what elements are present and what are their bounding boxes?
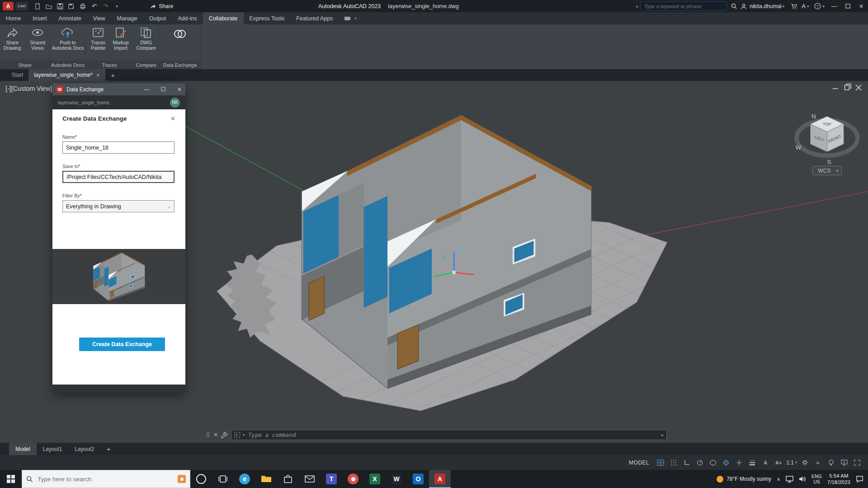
panel-share-label[interactable]: Share — [0, 61, 50, 69]
panel-traces-label[interactable]: Traces — [86, 61, 133, 69]
isodraft-icon[interactable] — [708, 458, 718, 467]
command-input[interactable] — [247, 431, 659, 439]
command-expand-icon[interactable]: ▸ — [661, 432, 664, 437]
otrack-icon[interactable] — [734, 458, 745, 467]
tab-manage[interactable]: Manage — [111, 12, 143, 24]
panel-autodesk-docs-label[interactable]: Autodesk Docs — [50, 61, 85, 69]
user-avatar[interactable]: NK — [170, 98, 180, 108]
action-center-icon[interactable] — [856, 475, 863, 483]
tab-insert[interactable]: Insert — [27, 12, 52, 24]
qat-dropdown-icon[interactable]: ▾ — [112, 1, 122, 11]
create-data-exchange-button[interactable]: Create Data Exchange — [79, 338, 165, 351]
osnap-icon[interactable] — [721, 458, 731, 467]
command-close-icon[interactable]: ✕ — [213, 432, 218, 438]
customize-plus-icon[interactable]: + — [812, 458, 823, 467]
new-layout-button[interactable]: + — [100, 443, 117, 455]
search-expand-icon[interactable]: ▸ — [636, 4, 638, 9]
layout-tab-layout2[interactable]: Layout2 — [68, 443, 100, 455]
markup-import-button[interactable]: Markup Import — [110, 27, 132, 51]
annotation-scale-button[interactable]: 1:1 ▾ — [786, 460, 797, 466]
keyword-search-field[interactable] — [640, 1, 727, 11]
tab-annotate[interactable]: Annotate — [53, 12, 87, 24]
graphics-performance-icon[interactable] — [839, 458, 849, 467]
palette-restore-icon[interactable] — [161, 86, 165, 93]
viewcube-west[interactable]: W — [796, 144, 802, 151]
maximize-button[interactable] — [841, 0, 854, 12]
file-tab-drawing[interactable]: layerwise_single_home* ✕ — [28, 69, 105, 81]
viewcube-north[interactable]: N — [811, 113, 816, 120]
taskbar-app-photos[interactable] — [342, 470, 364, 488]
new-drawing-tab-button[interactable]: + — [105, 69, 120, 81]
taskbar-app-teams[interactable]: T — [321, 470, 342, 488]
saveto-field[interactable] — [62, 171, 175, 183]
polar-tracking-icon[interactable] — [694, 458, 705, 467]
save-icon[interactable] — [55, 1, 65, 11]
grid-icon[interactable] — [655, 458, 666, 467]
tab-view[interactable]: View — [87, 12, 111, 24]
autocad-logo-cad[interactable]: CAD — [15, 2, 28, 10]
name-field[interactable] — [62, 141, 175, 154]
share-drawing-button[interactable]: Share Drawing — [0, 27, 24, 51]
user-icon[interactable] — [739, 1, 749, 11]
command-wrench-icon[interactable] — [221, 432, 228, 438]
search-icon[interactable] — [729, 1, 739, 11]
filter-by-select[interactable]: Everything in Drawing ⌄ — [62, 200, 175, 212]
viewcube-south[interactable]: S — [827, 159, 831, 165]
tab-collaborate[interactable]: Collaborate — [203, 12, 244, 24]
dwg-compare-button[interactable]: DWG Compare — [135, 27, 157, 51]
layout-tab-model[interactable]: Model — [9, 443, 37, 455]
traces-palette-button[interactable]: Traces Palette — [87, 27, 109, 51]
clock[interactable]: 5:54 AM 7/18/2023 — [827, 473, 850, 485]
language-indicator[interactable]: ENG US — [811, 474, 822, 484]
lineweight-icon[interactable] — [747, 458, 758, 467]
data-exchange-button[interactable] — [170, 27, 190, 41]
taskbar-search-input[interactable] — [37, 475, 174, 483]
taskbar-app-mail[interactable] — [299, 470, 321, 488]
taskbar-app-excel[interactable]: X — [364, 470, 386, 488]
redo-icon[interactable]: ↷ — [100, 1, 110, 11]
tab-home[interactable]: Home — [0, 12, 27, 24]
panel-compare-label[interactable]: Compare — [133, 61, 159, 69]
file-tab-close-icon[interactable]: ✕ — [96, 73, 100, 78]
taskbar-weather[interactable]: 78°F Mostly sunny — [717, 476, 771, 483]
command-line[interactable]: ▾ ▸ — [231, 430, 667, 440]
username[interactable]: nikita.dhumal — [750, 3, 782, 9]
search-highlights-icon[interactable] — [178, 475, 186, 483]
isolate-objects-icon[interactable] — [826, 458, 836, 467]
push-to-autodesk-docs-button[interactable]: Push to Autodesk Docs — [52, 27, 84, 51]
taskbar-app-word[interactable]: W — [386, 470, 407, 488]
save-as-icon[interactable] — [66, 1, 76, 11]
ortho-icon[interactable] — [681, 458, 692, 467]
autoscale-icon[interactable]: A+ — [773, 458, 784, 467]
shared-views-button[interactable]: Shared Views — [25, 27, 50, 51]
open-icon[interactable] — [44, 1, 54, 11]
tray-expand-icon[interactable]: ∧ — [777, 476, 780, 482]
plot-icon[interactable] — [78, 1, 88, 11]
autocad-logo[interactable]: A — [3, 2, 14, 10]
taskbar-app-file-explorer[interactable] — [255, 470, 277, 488]
tab-featured-apps[interactable]: Featured Apps — [290, 12, 339, 24]
workspace-gear-icon[interactable] — [799, 458, 810, 467]
taskbar-app-store[interactable] — [277, 470, 299, 488]
close-button[interactable]: ✕ — [854, 0, 868, 12]
command-drag-handle[interactable] — [206, 432, 210, 438]
keyword-search-input[interactable] — [641, 2, 734, 11]
help-button[interactable]: ? ▾ — [814, 3, 825, 9]
ribbon-display-toggle[interactable]: ▾ — [339, 12, 362, 24]
palette-close-icon[interactable]: ✕ — [177, 86, 182, 93]
tab-express-tools[interactable]: Express Tools — [244, 12, 291, 24]
tab-addins[interactable]: Add-ins — [172, 12, 203, 24]
share-button[interactable]: Share — [150, 3, 173, 9]
file-tab-start[interactable]: Start — [6, 69, 28, 81]
model-space-button[interactable]: MODEL — [629, 460, 649, 466]
new-icon[interactable] — [33, 1, 42, 11]
dialog-close-icon[interactable]: ✕ — [170, 115, 175, 122]
tab-output[interactable]: Output — [143, 12, 172, 24]
palette-titlebar[interactable]: Data Exchange — ✕ — [52, 83, 185, 95]
taskbar-app-edge[interactable]: e — [234, 470, 255, 488]
user-dropdown-icon[interactable]: ▾ — [783, 4, 785, 9]
autodesk-account-button[interactable]: A ▾ — [802, 3, 809, 9]
taskbar-app-autocad[interactable]: A — [429, 470, 451, 488]
snap-icon[interactable] — [668, 458, 679, 467]
volume-icon[interactable] — [799, 476, 806, 482]
